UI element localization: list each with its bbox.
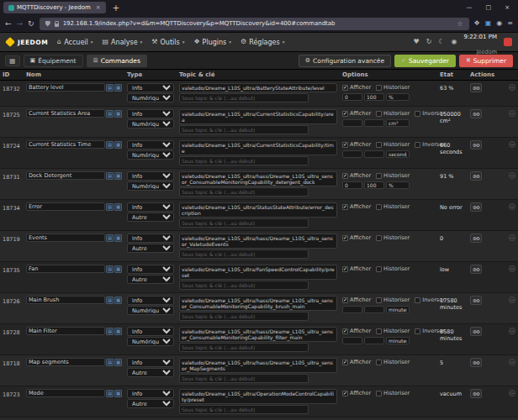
- window-close-icon[interactable]: ×: [500, 4, 515, 11]
- row-collapse-icon[interactable]: −: [509, 203, 515, 210]
- update-icon[interactable]: ↻: [426, 39, 432, 45]
- command-config-button[interactable]: ⚙⚙: [470, 83, 482, 92]
- row-collapse-icon[interactable]: −: [509, 110, 515, 117]
- afficher-checkbox[interactable]: Afficher: [342, 297, 371, 303]
- historiser-checkbox[interactable]: Historiser: [376, 265, 410, 272]
- key-input[interactable]: Sous topic & clé (...au début): [179, 187, 309, 197]
- max-input[interactable]: [364, 337, 384, 344]
- historiser-checkbox[interactable]: Historiser: [376, 234, 410, 241]
- type-select[interactable]: Info: [127, 140, 174, 150]
- historiser-checkbox[interactable]: Historiser: [376, 359, 410, 365]
- min-input[interactable]: [342, 306, 362, 313]
- row-collapse-icon[interactable]: −: [509, 234, 515, 241]
- max-input[interactable]: [364, 306, 384, 313]
- name-display-icon[interactable]: ▤: [106, 265, 114, 273]
- notification-badge[interactable]: [504, 38, 512, 46]
- dark-mode-icon[interactable]: ☾: [438, 39, 444, 45]
- topic-input[interactable]: valetudo/Dreame_L10S_ultra/hass/Dreame_L…: [179, 296, 337, 311]
- command-config-button[interactable]: ⚙⚙: [470, 296, 482, 305]
- command-name-input[interactable]: [26, 296, 105, 304]
- type-select[interactable]: Info: [127, 327, 174, 336]
- name-display-icon[interactable]: ▤: [106, 110, 114, 118]
- menu-item-accueil[interactable]: ⌂Accueil▾: [57, 39, 92, 46]
- row-collapse-icon[interactable]: −: [509, 265, 515, 272]
- name-settings-icon[interactable]: ▦: [114, 203, 122, 211]
- tab-equipement[interactable]: ▣Équipement: [24, 55, 83, 67]
- subtype-select[interactable]: Numérique: [127, 93, 174, 102]
- name-settings-icon[interactable]: ▦: [114, 141, 122, 149]
- afficher-checkbox[interactable]: Afficher: [342, 84, 371, 91]
- topic-input[interactable]: valetudo/Dreame_L10S_ultra/hass/Dreame_L…: [179, 358, 337, 373]
- name-display-icon[interactable]: ▤: [106, 141, 114, 149]
- name-settings-icon[interactable]: ▦: [114, 297, 122, 304]
- delete-button[interactable]: ✖Supprimer: [459, 55, 513, 67]
- topic-input[interactable]: valetudo/Dreame_L10S_ultra/hass/Dreame_L…: [179, 234, 337, 249]
- name-settings-icon[interactable]: ▦: [114, 359, 122, 366]
- historiser-checkbox[interactable]: Historiser: [376, 141, 410, 148]
- row-collapse-icon[interactable]: −: [509, 390, 515, 396]
- max-input[interactable]: [364, 119, 384, 127]
- key-input[interactable]: Sous topic & clé (...au début): [179, 125, 309, 134]
- type-select[interactable]: Info: [127, 202, 174, 212]
- name-display-icon[interactable]: ▤: [106, 359, 114, 366]
- type-select[interactable]: Info: [127, 83, 174, 92]
- topic-input[interactable]: valetudo/Dreame_L10S_ultra/BatteryStateA…: [179, 83, 337, 92]
- type-select[interactable]: Info: [127, 389, 174, 398]
- max-input[interactable]: [364, 93, 384, 101]
- topic-input[interactable]: valetudo/Dreame_L10S_ultra/CurrentStatis…: [179, 109, 337, 124]
- afficher-checkbox[interactable]: Afficher: [342, 390, 371, 396]
- row-collapse-icon[interactable]: −: [509, 297, 515, 303]
- command-name-input[interactable]: [26, 109, 105, 118]
- row-collapse-icon[interactable]: −: [509, 84, 515, 91]
- browser-tab[interactable]: MQTTDiscovery - Jeedom ×: [3, 2, 106, 13]
- save-button[interactable]: ✓Sauvegarder: [394, 55, 456, 67]
- name-settings-icon[interactable]: ▦: [114, 328, 122, 335]
- row-collapse-icon[interactable]: −: [509, 328, 515, 334]
- command-name-input[interactable]: [26, 171, 105, 180]
- key-input[interactable]: Sous topic & clé (...au début): [179, 218, 309, 228]
- subtype-select[interactable]: Autre: [127, 368, 174, 377]
- menu-item-plugins[interactable]: ❖Plugins▾: [193, 39, 231, 46]
- type-select[interactable]: Info: [127, 296, 174, 305]
- menu-item-analyse[interactable]: ▤Analyse▾: [103, 39, 143, 46]
- max-input[interactable]: [364, 181, 384, 189]
- plugin-list-icon[interactable]: ▦: [5, 55, 20, 66]
- type-select[interactable]: Info: [127, 109, 174, 118]
- topic-input[interactable]: valetudo/Dreame_L10S_ultra/hass/Dreame_L…: [179, 171, 337, 186]
- command-name-input[interactable]: [26, 265, 105, 273]
- topic-input[interactable]: valetudo/Dreame_L10S_ultra/CurrentStatis…: [179, 140, 337, 155]
- type-select[interactable]: Info: [127, 234, 174, 243]
- afficher-checkbox[interactable]: Afficher: [342, 359, 371, 365]
- command-config-button[interactable]: ⚙⚙: [470, 327, 482, 336]
- unit-input[interactable]: [386, 181, 410, 189]
- historiser-checkbox[interactable]: Historiser: [376, 203, 410, 210]
- name-settings-icon[interactable]: ▦: [114, 265, 122, 273]
- name-settings-icon[interactable]: ▦: [114, 390, 122, 397]
- afficher-checkbox[interactable]: Afficher: [342, 110, 371, 117]
- unit-input[interactable]: [386, 93, 410, 101]
- command-config-button[interactable]: ⚙⚙: [470, 109, 482, 118]
- subtype-select[interactable]: Numérique: [127, 119, 174, 129]
- command-config-button[interactable]: ⚙⚙: [470, 202, 482, 212]
- key-input[interactable]: Sous topic & clé (...au début): [179, 156, 309, 165]
- command-config-button[interactable]: ⚙⚙: [470, 171, 482, 181]
- address-bar[interactable]: 192.168.1.9/index.php?v=d&m=MQTTDiscover…: [40, 18, 469, 30]
- historiser-checkbox[interactable]: Historiser: [376, 328, 410, 334]
- key-input[interactable]: Sous topic & clé (...au début): [179, 343, 309, 352]
- unit-input[interactable]: [386, 337, 410, 344]
- type-select[interactable]: Info: [127, 171, 174, 181]
- name-display-icon[interactable]: ▤: [106, 328, 114, 335]
- name-settings-icon[interactable]: ▦: [114, 172, 122, 180]
- min-input[interactable]: [342, 93, 362, 101]
- key-input[interactable]: Sous topic & clé (...au début): [179, 405, 309, 414]
- min-input[interactable]: [342, 119, 362, 127]
- min-input[interactable]: [342, 337, 362, 344]
- name-display-icon[interactable]: ▤: [106, 297, 114, 304]
- afficher-checkbox[interactable]: Afficher: [342, 234, 371, 241]
- name-settings-icon[interactable]: ▦: [114, 84, 122, 92]
- subtype-select[interactable]: Autre: [127, 275, 174, 284]
- unit-input[interactable]: [386, 119, 410, 127]
- afficher-checkbox[interactable]: Afficher: [342, 172, 371, 179]
- key-input[interactable]: Sous topic & clé (...au début): [179, 281, 309, 290]
- name-display-icon[interactable]: ▤: [106, 203, 114, 211]
